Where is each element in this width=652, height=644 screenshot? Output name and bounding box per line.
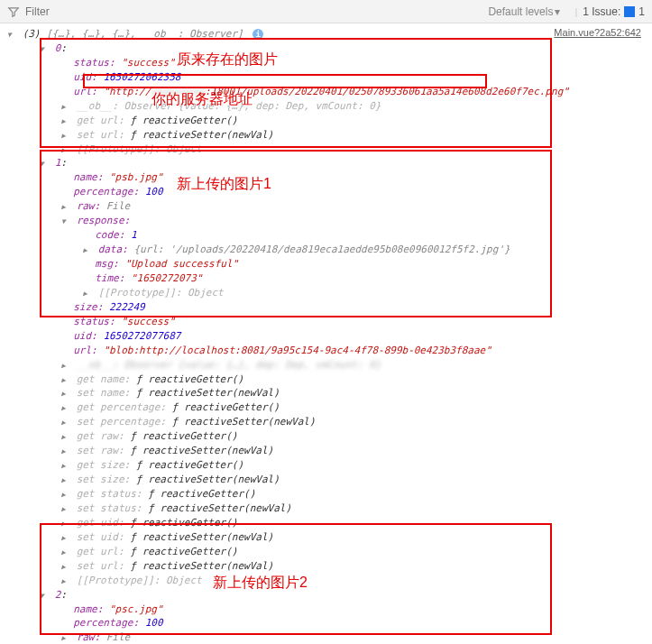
value: {url: '/uploads/20220418/dea819eca1aedde… bbox=[133, 244, 510, 255]
prop-row[interactable]: raw: File bbox=[7, 630, 652, 644]
key: set raw: bbox=[77, 445, 131, 456]
getter-row[interactable]: set name: ƒ reactiveSetter(newVal) bbox=[7, 386, 652, 400]
issues-button[interactable]: 1 Issue: 1 bbox=[583, 5, 645, 18]
value: "psb.jpg" bbox=[109, 171, 163, 183]
prop-row[interactable]: [[Prototype]]: Object bbox=[7, 286, 652, 300]
prop-row[interactable]: get url: ƒ reactiveGetter() bbox=[7, 114, 652, 128]
fn-val: ƒ reactiveSetter(newVal) bbox=[148, 502, 291, 514]
prop-row: time: "1650272073" bbox=[7, 271, 652, 286]
value: "success" bbox=[121, 57, 175, 69]
getter-row[interactable]: set size: ƒ reactiveSetter(newVal) bbox=[7, 473, 652, 487]
observer: __ob__: Observer {value: {…}, dep: Dep, … bbox=[77, 359, 381, 371]
prop-row[interactable]: response: bbox=[7, 214, 652, 228]
item-1-header[interactable]: 1: bbox=[7, 156, 652, 170]
expand-arrow[interactable] bbox=[61, 516, 70, 530]
prop-row[interactable]: raw: File bbox=[7, 199, 652, 214]
prop-row[interactable]: [[Prototype]]: Object bbox=[7, 143, 652, 157]
expand-arrow[interactable] bbox=[61, 415, 70, 429]
fn-val: ƒ reactiveGetter() bbox=[136, 459, 243, 471]
value: "Upload successful" bbox=[124, 258, 238, 270]
expand-arrow[interactable] bbox=[61, 128, 70, 143]
expand-arrow[interactable] bbox=[61, 214, 70, 228]
fn-val: ƒ reactiveSetter(newVal) bbox=[130, 129, 273, 141]
fn-val: ƒ reactiveSetter(newVal) bbox=[130, 560, 273, 572]
issue-count: 1 bbox=[638, 5, 645, 18]
prop-row[interactable]: [[Prototype]]: Object bbox=[7, 574, 652, 588]
fn-val: ƒ reactiveSetter(newVal) bbox=[172, 416, 316, 428]
fn-val: ƒ reactiveGetter() bbox=[130, 517, 237, 529]
source-link[interactable]: Main.vue?2a52:642 bbox=[554, 27, 641, 38]
expand-arrow[interactable] bbox=[61, 458, 70, 473]
item-0-header[interactable]: 0: bbox=[7, 41, 652, 56]
levels-dropdown[interactable]: Default levels ▾ bbox=[488, 5, 560, 18]
url-prefix: "http:// bbox=[103, 86, 151, 97]
value: File bbox=[106, 200, 131, 212]
expand-arrow[interactable] bbox=[61, 400, 70, 415]
value: "1650272073" bbox=[131, 272, 202, 284]
expand-arrow[interactable] bbox=[61, 373, 70, 387]
expand-arrow[interactable] bbox=[40, 156, 49, 170]
fn-val: ƒ reactiveGetter() bbox=[130, 546, 237, 557]
expand-arrow[interactable] bbox=[61, 559, 70, 574]
filter-input[interactable] bbox=[25, 5, 488, 18]
key: url: bbox=[73, 86, 97, 97]
expand-arrow[interactable] bbox=[40, 588, 49, 603]
expand-arrow[interactable] bbox=[61, 99, 70, 114]
key: set percentage: bbox=[77, 416, 172, 428]
key: msg: bbox=[95, 258, 119, 270]
getter-row[interactable]: get uid: ƒ reactiveGetter() bbox=[7, 516, 652, 530]
key: code: bbox=[95, 229, 124, 241]
value: 1650272077687 bbox=[103, 330, 180, 342]
getter-row[interactable]: get status: ƒ reactiveGetter() bbox=[7, 487, 652, 501]
getter-row[interactable]: set raw: ƒ reactiveSetter(newVal) bbox=[7, 444, 652, 458]
prop-row[interactable]: __ob__: Observer {value: {…}, dep: Dep, … bbox=[7, 358, 652, 373]
key: set status: bbox=[77, 502, 148, 514]
prop-row: status: "success" bbox=[7, 315, 652, 329]
expand-arrow[interactable] bbox=[61, 444, 70, 458]
expand-arrow[interactable] bbox=[83, 243, 92, 257]
expand-arrow[interactable] bbox=[61, 429, 70, 444]
getter-row[interactable]: get url: ƒ reactiveGetter() bbox=[7, 545, 652, 559]
expand-arrow[interactable] bbox=[61, 143, 70, 157]
key: raw: bbox=[77, 631, 101, 643]
expand-arrow[interactable] bbox=[61, 473, 70, 487]
url-port: :18001/ bbox=[205, 86, 246, 97]
value: "psc.jpg" bbox=[109, 603, 163, 615]
expand-arrow[interactable] bbox=[61, 358, 70, 373]
expand-arrow[interactable] bbox=[61, 501, 70, 516]
prototype: [[Prototype]]: Object bbox=[77, 143, 202, 155]
expand-arrow[interactable] bbox=[61, 630, 70, 644]
expand-arrow[interactable] bbox=[61, 545, 70, 559]
fn-val: ƒ reactiveSetter(newVal) bbox=[130, 531, 273, 543]
info-icon[interactable]: i bbox=[253, 29, 263, 40]
getter-row[interactable]: get percentage: ƒ reactiveGetter() bbox=[7, 400, 652, 415]
prop-row[interactable]: set url: ƒ reactiveSetter(newVal) bbox=[7, 128, 652, 143]
expand-arrow[interactable] bbox=[61, 199, 70, 214]
expand-arrow[interactable] bbox=[61, 487, 70, 501]
getter-row[interactable]: set status: ƒ reactiveSetter(newVal) bbox=[7, 501, 652, 516]
item-2-header[interactable]: 2: bbox=[7, 588, 652, 603]
getter-row[interactable]: set url: ƒ reactiveSetter(newVal) bbox=[7, 559, 652, 574]
fn-val: ƒ reactiveGetter() bbox=[130, 115, 237, 126]
getter-row[interactable]: get size: ƒ reactiveGetter() bbox=[7, 458, 652, 473]
expand-arrow[interactable] bbox=[83, 286, 92, 300]
expand-arrow[interactable] bbox=[61, 114, 70, 128]
expand-arrow[interactable] bbox=[61, 386, 70, 400]
getter-row[interactable]: set uid: ƒ reactiveSetter(newVal) bbox=[7, 530, 652, 545]
expand-arrow[interactable] bbox=[7, 27, 16, 41]
issue-label: 1 Issue: bbox=[583, 5, 620, 18]
expand-arrow[interactable] bbox=[40, 41, 49, 56]
expand-arrow[interactable] bbox=[61, 574, 70, 588]
prop-row[interactable]: data: {url: '/uploads/20220418/dea819eca… bbox=[7, 243, 652, 257]
prop-row: size: 222249 bbox=[7, 300, 652, 315]
key: get name: bbox=[77, 373, 136, 385]
getter-row[interactable]: get name: ƒ reactiveGetter() bbox=[7, 373, 652, 387]
prop-row[interactable]: __ob__: Observer {value: {…}, dep: Dep, … bbox=[7, 99, 652, 114]
getter-row[interactable]: set percentage: ƒ reactiveSetter(newVal) bbox=[7, 415, 652, 429]
getter-key: get url: bbox=[77, 115, 131, 126]
prop-row: url: "http://xxxxxxxxx:18001/uploads/202… bbox=[7, 85, 652, 99]
expand-arrow[interactable] bbox=[61, 530, 70, 545]
fn-val: ƒ reactiveGetter() bbox=[172, 401, 280, 413]
getter-row[interactable]: get raw: ƒ reactiveGetter() bbox=[7, 429, 652, 444]
key: get uid: bbox=[77, 517, 131, 529]
